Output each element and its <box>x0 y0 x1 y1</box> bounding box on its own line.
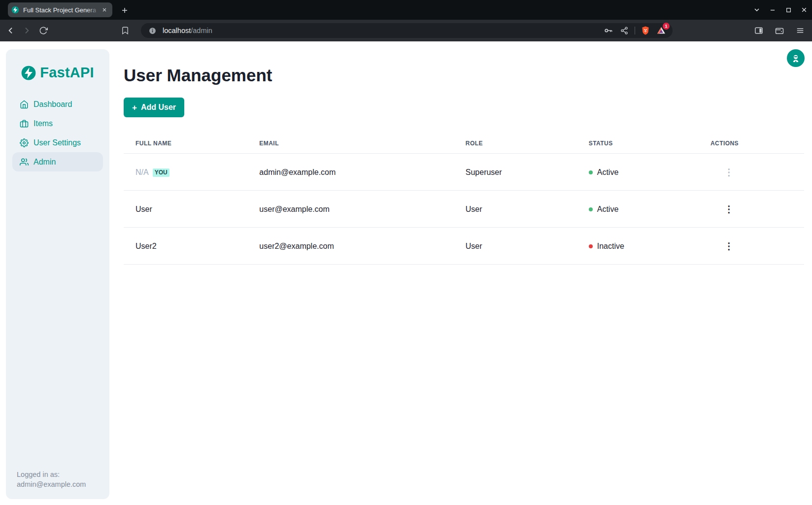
sidebar-item-user-settings[interactable]: User Settings <box>12 133 103 152</box>
tab-title-fade <box>87 2 100 17</box>
cell-full-name: N/AYOU <box>124 154 247 191</box>
close-icon <box>102 7 107 13</box>
password-key-button[interactable] <box>603 25 614 36</box>
fastapi-bolt-icon <box>21 66 36 80</box>
sidebar-item-label: Dashboard <box>34 100 72 109</box>
url-text: localhost/admin <box>163 27 212 34</box>
user-astronaut-icon <box>791 53 801 63</box>
tab-close-button[interactable] <box>100 5 109 14</box>
browser-toolbar: localhost/admin 1 <box>0 20 812 41</box>
forward-button[interactable] <box>20 24 34 37</box>
sidebar-nav: Dashboard Items User Settings Admin <box>6 95 109 171</box>
browser-titlebar: Full Stack Project Genera <box>0 0 812 20</box>
sidebar-toggle-button[interactable] <box>752 24 766 37</box>
cell-actions: ⋮ <box>699 191 804 228</box>
row-actions-menu-button[interactable]: ⋮ <box>721 203 737 215</box>
side-panel-icon <box>754 26 764 35</box>
table-row: N/AYOU admin@example.com Superuser Activ… <box>124 154 804 191</box>
status-value: Inactive <box>597 242 624 250</box>
add-user-label: Add User <box>141 103 176 112</box>
user-menu-button[interactable] <box>787 49 805 67</box>
gear-icon <box>20 138 29 147</box>
new-tab-button[interactable] <box>118 4 131 17</box>
sidebar: FastAPI Dashboard Items User Settings Ad… <box>6 49 109 499</box>
bookmark-icon <box>121 26 130 35</box>
brave-shields-button[interactable] <box>640 25 651 36</box>
main-content: User Management + Add User FULL NAME EMA… <box>124 41 804 265</box>
url-host: localhost <box>163 27 191 34</box>
you-badge: YOU <box>153 168 169 177</box>
site-info-icon[interactable] <box>147 25 158 36</box>
column-header-full-name: FULL NAME <box>124 133 247 154</box>
cell-full-name: User <box>124 191 247 228</box>
cell-role: User <box>454 191 577 228</box>
window-maximize-button[interactable] <box>784 6 792 14</box>
plus-icon <box>121 6 129 14</box>
sidebar-item-label: User Settings <box>34 138 81 147</box>
status-value: Active <box>597 168 619 176</box>
cell-email: user2@example.com <box>247 228 453 265</box>
share-icon <box>620 26 629 35</box>
column-header-role: ROLE <box>454 133 577 154</box>
webpage: FastAPI Dashboard Items User Settings Ad… <box>0 41 812 505</box>
cell-full-name: User2 <box>124 228 247 265</box>
sidebar-item-dashboard[interactable]: Dashboard <box>12 95 103 114</box>
back-arrow-icon <box>6 26 16 35</box>
cell-actions: ⋮ <box>699 228 804 265</box>
sidebar-item-label: Admin <box>34 158 56 167</box>
sidebar-item-items[interactable]: Items <box>12 114 103 133</box>
cell-role: Superuser <box>454 154 577 191</box>
wallet-button[interactable] <box>773 24 786 37</box>
reload-button[interactable] <box>36 24 50 37</box>
table-row: User user@example.com User Active ⋮ <box>124 191 804 228</box>
logged-in-as-email: admin@example.com <box>17 479 86 489</box>
brave-shield-icon <box>641 26 650 35</box>
row-actions-menu-button: ⋮ <box>721 167 737 178</box>
fastapi-logo: FastAPI <box>6 65 109 81</box>
close-icon <box>801 6 808 13</box>
cell-status: Inactive <box>577 228 699 265</box>
browser-menu-button[interactable] <box>793 24 807 37</box>
cell-status: Active <box>577 191 699 228</box>
row-actions-menu-button[interactable]: ⋮ <box>721 240 737 252</box>
users-icon <box>20 158 29 167</box>
toolbar-divider <box>635 27 635 34</box>
cell-role: User <box>454 228 577 265</box>
window-close-button[interactable] <box>800 6 808 14</box>
plus-icon: + <box>132 103 137 112</box>
column-header-actions: ACTIONS <box>699 133 804 154</box>
status-dot <box>589 207 593 211</box>
table-row: User2 user2@example.com User Inactive ⋮ <box>124 228 804 265</box>
cell-status: Active <box>577 154 699 191</box>
hamburger-menu-icon <box>795 26 805 35</box>
browser-tab[interactable]: Full Stack Project Genera <box>8 2 112 17</box>
cell-actions: ⋮ <box>699 154 804 191</box>
status-dot <box>589 244 593 248</box>
cell-email: user@example.com <box>247 191 453 228</box>
key-icon <box>604 26 613 35</box>
logged-in-as-label: Logged in as: <box>17 470 86 479</box>
status-value: Active <box>597 205 619 213</box>
sidebar-item-admin[interactable]: Admin <box>12 152 103 171</box>
column-header-email: EMAIL <box>247 133 453 154</box>
brave-rewards-button[interactable]: 1 <box>656 25 667 36</box>
logo-text: FastAPI <box>40 65 94 81</box>
tab-title: Full Stack Project Genera <box>23 6 96 14</box>
fastapi-favicon-icon <box>11 6 19 14</box>
briefcase-icon <box>20 119 29 128</box>
bookmark-button[interactable] <box>118 24 132 37</box>
tab-search-button[interactable] <box>753 6 761 14</box>
back-button[interactable] <box>4 24 18 37</box>
logged-in-as: Logged in as: admin@example.com <box>17 470 86 489</box>
minimize-icon <box>769 6 776 13</box>
toolbar-right-group <box>752 24 807 37</box>
address-bar[interactable]: localhost/admin 1 <box>141 23 673 38</box>
share-button[interactable] <box>619 25 630 36</box>
forward-arrow-icon <box>22 26 32 35</box>
status-dot <box>589 170 593 174</box>
window-minimize-button[interactable] <box>769 6 777 14</box>
sidebar-item-label: Items <box>34 119 53 128</box>
wallet-icon <box>775 26 784 35</box>
add-user-button[interactable]: + Add User <box>124 98 184 117</box>
table-header-row: FULL NAME EMAIL ROLE STATUS ACTIONS <box>124 133 804 154</box>
